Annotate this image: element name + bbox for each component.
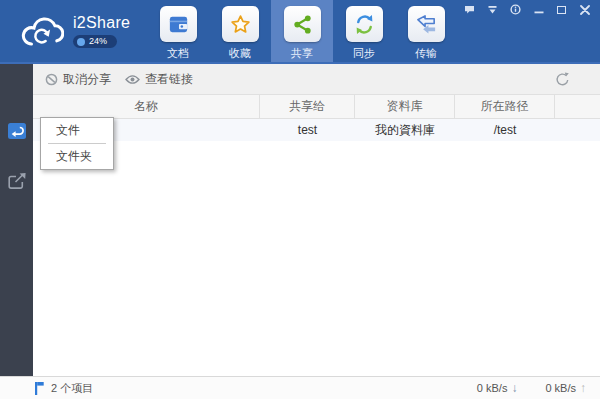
column-header-name[interactable]: 名称 bbox=[33, 95, 260, 118]
transfer-icon bbox=[415, 13, 438, 36]
tab-sync-label: 同步 bbox=[353, 46, 375, 61]
sync-icon bbox=[353, 13, 376, 36]
download-speed: 0 kB/s ↓ bbox=[477, 381, 518, 395]
progress-dot-icon bbox=[77, 38, 85, 46]
cloud-sync-logo-icon bbox=[20, 14, 64, 48]
share-icon bbox=[291, 13, 314, 36]
tab-favorites[interactable]: 收藏 bbox=[209, 0, 271, 62]
upload-speed: 0 kB/s ↑ bbox=[545, 381, 586, 395]
table-row[interactable]: test 我的資料庫 /test bbox=[33, 119, 600, 141]
share-out-icon[interactable] bbox=[7, 172, 27, 190]
tab-documents-label: 文档 bbox=[167, 46, 189, 61]
menu-item-file[interactable]: 文件 bbox=[41, 118, 113, 143]
app-header: i2Share 24% 文档 bbox=[0, 0, 600, 64]
app-title: i2Share bbox=[73, 14, 130, 32]
flag-icon bbox=[34, 382, 44, 395]
cell-library: 我的資料庫 bbox=[355, 122, 455, 139]
close-icon[interactable] bbox=[578, 4, 591, 15]
minimize-icon[interactable] bbox=[532, 4, 545, 15]
maximize-icon[interactable] bbox=[555, 4, 568, 15]
tab-documents[interactable]: 文档 bbox=[147, 0, 209, 62]
cell-shared-to: test bbox=[260, 123, 355, 137]
tab-transfer-label: 传输 bbox=[415, 46, 437, 61]
cancel-share-label: 取消分享 bbox=[63, 71, 111, 88]
tab-sync[interactable]: 同步 bbox=[333, 0, 395, 62]
column-header-filler bbox=[555, 95, 600, 118]
tab-favorites-label: 收藏 bbox=[229, 46, 251, 61]
column-header-shared-to[interactable]: 共享给 bbox=[260, 95, 355, 118]
download-arrow-icon: ↓ bbox=[511, 381, 517, 395]
view-links-button[interactable]: 查看链接 bbox=[125, 71, 193, 88]
share-toolbar: 取消分享 查看链接 bbox=[33, 64, 600, 94]
info-icon[interactable] bbox=[509, 4, 522, 15]
column-header-path[interactable]: 所在路径 bbox=[455, 95, 555, 118]
cancel-icon bbox=[45, 73, 58, 86]
refresh-icon bbox=[555, 72, 570, 87]
item-count: 2 个项目 bbox=[51, 381, 93, 396]
cancel-share-button[interactable]: 取消分享 bbox=[45, 71, 111, 88]
table-header: 名称 共享给 资料库 所在路径 bbox=[33, 94, 600, 119]
cell-path: /test bbox=[455, 123, 555, 137]
refresh-button[interactable] bbox=[555, 72, 570, 87]
main-nav-tabs: 文档 收藏 共享 bbox=[147, 0, 457, 62]
documents-icon bbox=[167, 13, 190, 36]
feedback-icon[interactable] bbox=[463, 4, 476, 15]
status-bar: 2 个项目 0 kB/s ↓ 0 kB/s ↑ bbox=[0, 376, 600, 399]
shared-items-icon[interactable] bbox=[7, 122, 27, 140]
menu-icon[interactable] bbox=[486, 4, 499, 15]
column-header-library[interactable]: 资料库 bbox=[355, 95, 455, 118]
upload-arrow-icon: ↑ bbox=[580, 381, 586, 395]
eye-icon bbox=[125, 74, 140, 85]
tab-share[interactable]: 共享 bbox=[271, 0, 333, 62]
left-sidebar bbox=[0, 64, 33, 376]
view-links-label: 查看链接 bbox=[145, 71, 193, 88]
favorites-star-icon bbox=[229, 13, 252, 36]
tab-transfer[interactable]: 传输 bbox=[395, 0, 457, 62]
tab-share-label: 共享 bbox=[291, 46, 313, 61]
main-content: 取消分享 查看链接 名称 bbox=[33, 64, 600, 376]
logo-area: i2Share 24% bbox=[0, 0, 147, 62]
menu-item-folder[interactable]: 文件夹 bbox=[41, 144, 113, 169]
storage-progress-pill: 24% bbox=[73, 35, 117, 48]
context-menu: 文件 文件夹 bbox=[40, 117, 114, 170]
app-window: i2Share 24% 文档 bbox=[0, 0, 600, 401]
window-controls bbox=[463, 4, 591, 15]
progress-percent: 24% bbox=[89, 37, 107, 46]
